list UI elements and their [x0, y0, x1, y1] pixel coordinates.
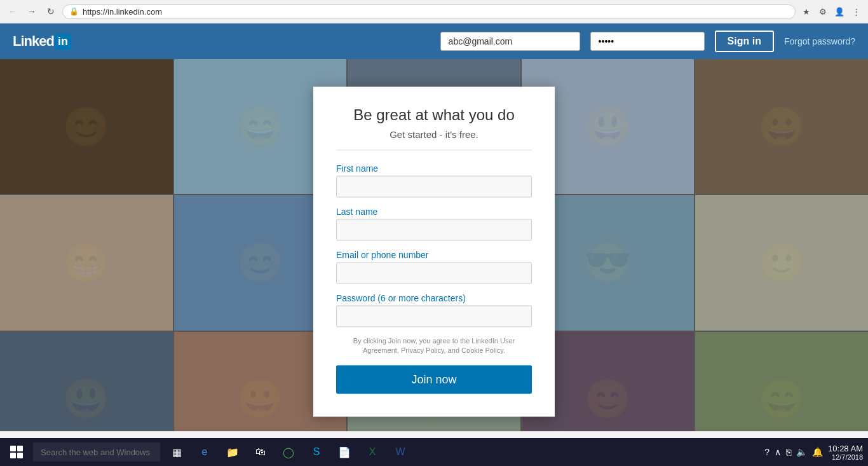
browser-chrome: ← → ↻ 🔒 https://in.linkedin.com ★ ⚙ 👤 ⋮	[0, 0, 868, 24]
linkedin-logo: Linkedin	[13, 33, 71, 50]
word-icon[interactable]: W	[389, 441, 412, 463]
logo-in-text: in	[55, 34, 71, 50]
system-clock: 10:28 AM 12/7/2018	[828, 444, 863, 461]
back-button[interactable]: ←	[5, 4, 20, 19]
chevron-up-icon[interactable]: ∧	[775, 447, 781, 457]
notification-icon[interactable]: 🔔	[812, 447, 823, 457]
star-icon[interactable]: ★	[799, 4, 813, 18]
store-icon[interactable]: 🛍	[249, 441, 272, 463]
password-group: Password (6 or more characters)	[336, 292, 532, 327]
header-email-input[interactable]	[440, 32, 580, 51]
first-name-group: First name	[336, 163, 532, 197]
last-name-label: Last name	[336, 206, 532, 216]
password-label: Password (6 or more characters)	[336, 292, 532, 303]
signin-button[interactable]: Sign in	[715, 31, 774, 52]
browser-toolbar: ← → ↻ 🔒 https://in.linkedin.com ★ ⚙ 👤 ⋮	[0, 0, 868, 23]
help-icon[interactable]: ?	[764, 447, 770, 457]
lock-icon: 🔒	[69, 7, 79, 16]
linkedin-page: Linkedin Sign in Forgot password? 😊 😄 🙂 …	[0, 24, 868, 466]
taskbar: ▦ e 📁 🛍 ◯ S 📄 X W ? ∧ ⎘ 🔈 🔔 10:28 AM 12/…	[0, 438, 868, 466]
password-input[interactable]	[336, 305, 532, 327]
email-input[interactable]	[336, 262, 532, 284]
email-group: Email or phone number	[336, 249, 532, 284]
signup-modal: Be great at what you do Get started - it…	[313, 86, 555, 417]
bg-cell-1: 😊	[0, 59, 173, 194]
skype-icon[interactable]: S	[305, 441, 328, 463]
header-password-input[interactable]	[590, 32, 705, 51]
logo-linked-text: Linked	[13, 33, 54, 50]
address-bar[interactable]: 🔒 https://in.linkedin.com	[62, 4, 796, 19]
clock-time: 10:28 AM	[828, 444, 863, 453]
linkedin-header: Linkedin Sign in Forgot password?	[0, 24, 868, 59]
url-text: https://in.linkedin.com	[83, 7, 162, 17]
file-explorer-icon[interactable]: 📁	[221, 441, 244, 463]
terms-text: By clicking Join now, you agree to the L…	[336, 336, 532, 355]
taskbar-search-input[interactable]	[33, 442, 160, 462]
first-name-input[interactable]	[336, 175, 532, 197]
signup-title: Be great at what you do	[336, 106, 532, 123]
profile-icon[interactable]: 👤	[832, 4, 846, 18]
clock-date: 12/7/2018	[828, 453, 863, 461]
forward-button[interactable]: →	[24, 4, 39, 19]
forgot-password-link[interactable]: Forgot password?	[784, 36, 855, 46]
bg-cell-5: 😀	[695, 59, 868, 194]
edge-icon[interactable]: e	[193, 441, 216, 463]
chrome-icon[interactable]: ◯	[277, 441, 300, 463]
bg-cell-6: 😁	[0, 195, 173, 330]
excel-icon[interactable]: X	[361, 441, 384, 463]
email-label: Email or phone number	[336, 249, 532, 259]
first-name-label: First name	[336, 163, 532, 173]
join-now-button[interactable]: Join now	[336, 366, 532, 394]
extensions-icon[interactable]: ⚙	[816, 4, 830, 18]
last-name-group: Last name	[336, 206, 532, 240]
task-view-button[interactable]: ▦	[165, 441, 188, 463]
network-icon[interactable]: ⎘	[786, 447, 791, 457]
menu-icon[interactable]: ⋮	[849, 4, 863, 18]
ie-icon[interactable]: 📄	[333, 441, 356, 463]
system-tray: ? ∧ ⎘ 🔈 🔔 10:28 AM 12/7/2018	[764, 444, 863, 461]
signup-subtitle: Get started - it's free.	[336, 128, 532, 150]
browser-actions: ★ ⚙ 👤 ⋮	[799, 4, 863, 18]
volume-icon[interactable]: 🔈	[796, 447, 807, 457]
bg-cell-10: 🙂	[695, 195, 868, 330]
last-name-input[interactable]	[336, 219, 532, 240]
start-button[interactable]	[5, 441, 28, 463]
windows-logo	[10, 446, 23, 458]
refresh-button[interactable]: ↻	[43, 4, 58, 19]
